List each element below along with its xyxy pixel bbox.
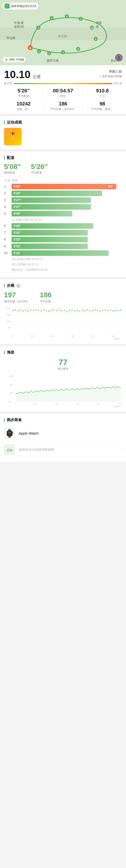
svg-point-84: [107, 310, 109, 311]
svg-text:🏃: 🏃: [5, 58, 8, 61]
svg-point-52: [25, 310, 26, 311]
cadence-section: 步频 ? 197 最快步频（步/分钟） 186 平均步频 200 150 100…: [0, 279, 126, 344]
svg-point-76: [87, 309, 88, 311]
km-row-6: 6 5'28": [4, 223, 122, 229]
stat-calories: 910.8 千卡: [83, 88, 122, 98]
shoe-chevron: ›: [121, 448, 122, 452]
cadence-title: 步频 ?: [4, 283, 122, 288]
svg-point-85: [110, 310, 111, 311]
km-bar-5: 6'40": [11, 211, 72, 216]
svg-point-71: [74, 310, 75, 312]
stat-stride-label: 平均步幅（厘米）: [83, 107, 122, 111]
km-num-4: 4: [4, 205, 11, 209]
svg-text:路: 路: [96, 25, 99, 28]
average-pace-item: 5'26" 平均配速: [31, 163, 48, 175]
apple-watch-svg: [6, 429, 13, 438]
stat-duration-label: 时长: [43, 94, 82, 98]
stat-calories-value: 910.8: [83, 88, 122, 94]
stat-cadence-value: 186: [43, 101, 82, 107]
km-bar-7: 5'33": [11, 230, 88, 236]
svg-rect-106: [12, 432, 13, 434]
km-row-7: 7 5'33": [4, 230, 122, 236]
km-bar-wrap-7: 5'33": [11, 230, 122, 236]
col-km-header: 公里: [4, 179, 12, 182]
stat-avg-pace-label: 平均配速: [4, 94, 43, 98]
stat-steps: 10242 步数（步）: [4, 101, 43, 111]
altitude-x-unit: （分钟）: [4, 405, 122, 408]
svg-point-89: [120, 310, 121, 311]
km-row-5: 5 6'40": [4, 211, 122, 216]
svg-point-88: [118, 310, 119, 311]
app-header-label: 咕咚伴我运动1313天: [11, 4, 36, 8]
km-row-3: 3 5'27": [4, 197, 122, 203]
stat-cadence-label: 平均步频（步/分钟）: [43, 107, 82, 111]
cadence-x-labels: 01020304050: [4, 335, 122, 337]
watch-icon: [4, 428, 15, 439]
km-num-10: 10: [4, 251, 11, 255]
km-bar-9: 5'33": [11, 244, 88, 249]
shoe-icon: [4, 444, 15, 455]
svg-point-66: [61, 310, 62, 312]
svg-point-83: [105, 309, 106, 311]
svg-text:盛世大路: 盛世大路: [47, 59, 59, 62]
svg-text:50: 50: [8, 327, 10, 329]
svg-point-56: [35, 309, 37, 311]
svg-text:起: 起: [29, 47, 31, 49]
pace-title: 配速: [4, 155, 122, 160]
equipment-title: 跑步装备: [4, 417, 122, 422]
stats-row-2: 10242 步数（步） 186 平均步频（步/分钟） 98 平均步幅（厘米）: [4, 101, 122, 111]
altitude-label: 累计爬升: [4, 367, 122, 371]
svg-text:（米）: （米）: [7, 401, 13, 402]
svg-point-51: [23, 310, 24, 312]
svg-point-78: [92, 310, 93, 312]
svg-point-49: [17, 310, 19, 311]
km-bar-8: 5'33": [11, 237, 88, 242]
distance-block: 10.10 公里: [4, 69, 41, 80]
svg-marker-98: [16, 386, 121, 402]
km-row-8: 8 5'33": [4, 237, 122, 242]
km-bar-wrap-8: 5'33": [11, 237, 122, 242]
stats-row-1: 5'26" 平均配速 00:54:57 时长 910.8 千卡: [4, 88, 122, 98]
svg-point-77: [89, 310, 91, 311]
km-num-3: 3: [4, 198, 11, 202]
svg-text:🐾: 🐾: [6, 5, 8, 7]
svg-rect-102: [8, 432, 11, 433]
divider-5: [0, 411, 126, 413]
cadence-info-icon[interactable]: ?: [16, 284, 20, 288]
map-background: 1 2 3 8 9 10 4 5 6 7 起 中海·紫 金苑J区 华运路: [0, 0, 126, 65]
stat-duration-value: 00:54:57: [43, 88, 82, 94]
achievement-section: 运动成就 🎖️: [0, 116, 126, 149]
note-10km: 10公里累计用时 00:54:21: [11, 257, 122, 261]
km-bar-2: 5'16": [11, 191, 102, 196]
stat-avg-pace: 5'26" 平均配速: [4, 88, 43, 98]
fastest-cadence-item: 197 最快步频（步/分钟）: [4, 291, 30, 303]
run-date: ☀ 6月19日 05:06: [99, 74, 122, 79]
run-icon: 🏃: [4, 58, 8, 62]
km-table: 公里 配速 1 5'08" 最快 2 5'16" 3 5'27": [4, 179, 122, 272]
distance-unit: 公里: [33, 74, 41, 79]
distance-value: 10.10: [4, 68, 30, 80]
svg-point-68: [66, 311, 68, 312]
km-num-8: 8: [4, 238, 11, 241]
equipment-item-shoe[interactable]: 选择本次运动使用的跑鞋 ›: [4, 441, 122, 458]
km-num-7: 7: [4, 231, 11, 235]
pace-left-label: 慢 6'40": [4, 82, 13, 85]
average-pace-value: 5'26": [31, 163, 48, 170]
svg-text:10: 10: [91, 27, 93, 29]
run-date-text: 6月19日 05:06: [103, 74, 122, 79]
svg-point-62: [51, 310, 52, 311]
svg-point-47: [12, 310, 14, 311]
svg-point-55: [33, 310, 34, 311]
svg-point-75: [84, 310, 85, 311]
stat-stride-value: 98: [83, 101, 122, 107]
km-num-6: 6: [4, 224, 11, 228]
km-num-1: 1: [4, 185, 11, 188]
svg-point-69: [69, 310, 70, 311]
fastest-pace-value: 5'08": [4, 163, 21, 170]
km-num-9: 9: [4, 245, 11, 248]
km-row-1: 1 5'08" 最快: [4, 184, 122, 189]
km-bar-6: 5'28": [11, 223, 93, 229]
route-svg: 1 2 3 8 9 10 4 5 6 7 起 中海·紫 金苑J区 华运路: [0, 0, 126, 65]
svg-point-81: [100, 311, 101, 312]
km-bar-3: 5'27": [11, 197, 91, 203]
